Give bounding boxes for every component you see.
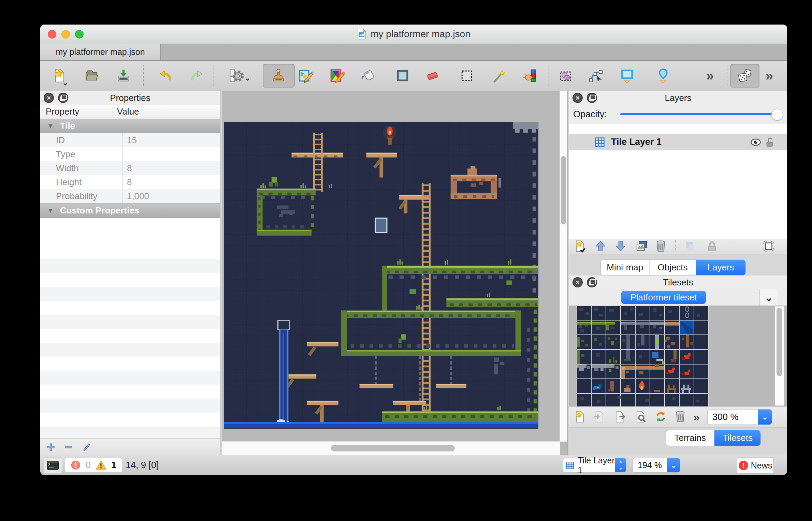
tab-mini-map[interactable]: Mini-map <box>601 260 649 275</box>
edit-property-icon[interactable] <box>81 442 91 452</box>
property-row-type[interactable]: Type <box>40 147 220 161</box>
float-panel-icon[interactable] <box>587 93 597 103</box>
stamp-tool-button[interactable] <box>271 68 286 83</box>
open-map-button[interactable] <box>84 68 99 83</box>
highlight-current-layer-button[interactable] <box>762 240 775 253</box>
error-icon <box>71 460 81 470</box>
toolbar-separator <box>214 65 214 86</box>
message-counts[interactable]: 0 1 <box>65 458 122 472</box>
map-zoom-chevron-icon[interactable]: ⌄ <box>667 458 680 472</box>
tileset-tab-row: Platformer tileset ⌄ <box>569 289 787 306</box>
opacity-slider[interactable] <box>620 113 778 115</box>
embed-tileset-button-disabled[interactable] <box>593 410 606 423</box>
automap-chevron-icon[interactable]: ⌄ <box>244 74 250 83</box>
layer-stepper-icon[interactable]: ⌃⌄ <box>615 458 626 472</box>
tileset-overflow-button[interactable]: » <box>693 410 700 425</box>
news-button[interactable]: ! News <box>737 457 774 474</box>
tab-tilesets[interactable]: Tilesets <box>714 430 760 446</box>
property-row-height[interactable]: Height8 <box>40 175 220 189</box>
map-canvas[interactable] <box>224 122 538 428</box>
highlight-layer-button-disabled[interactable] <box>683 240 696 253</box>
tab-terrains[interactable]: Terrains <box>666 430 714 446</box>
tileset-grid[interactable] <box>577 306 709 406</box>
edit-polygons-button[interactable] <box>588 68 603 83</box>
automap-button[interactable]: ⌄ <box>229 68 244 83</box>
tile-section-header[interactable]: ▼Tile <box>40 119 220 133</box>
toolbar-overflow-button-2[interactable]: » <box>766 68 773 83</box>
delete-layer-button[interactable] <box>654 240 667 253</box>
same-tile-select-button[interactable] <box>522 68 537 83</box>
new-map-chevron-icon[interactable]: ⌄ <box>62 78 68 87</box>
insert-rectangle-button[interactable] <box>620 68 635 83</box>
map-view[interactable] <box>222 91 567 455</box>
property-row-id[interactable]: ID15 <box>40 133 220 147</box>
select-objects-button[interactable] <box>558 68 573 83</box>
custom-properties-section-header[interactable]: ▼Custom Properties <box>40 203 220 218</box>
lock-layer-button-disabled[interactable] <box>706 240 719 253</box>
map-hscroll-thumb[interactable] <box>331 445 455 451</box>
edit-tileset-button[interactable] <box>634 410 647 423</box>
collapse-triangle-icon[interactable]: ▼ <box>47 207 54 214</box>
float-panel-icon[interactable] <box>587 277 597 287</box>
tileset-vertical-scrollbar[interactable] <box>775 306 784 406</box>
reload-tileset-button[interactable] <box>654 410 667 423</box>
random-mode-dice-button[interactable] <box>737 68 752 83</box>
opacity-slider-thumb[interactable] <box>771 109 783 120</box>
property-row-width[interactable]: Width8 <box>40 161 220 175</box>
tileset-tab-platformer[interactable]: Platformer tileset <box>621 291 706 304</box>
document-tab[interactable]: my platformer map.json <box>40 44 161 60</box>
layer-row-tile-layer-1[interactable]: Tile Layer 1 <box>569 134 787 150</box>
tab-layers[interactable]: Layers <box>696 260 745 275</box>
tileset-zoom-chevron-icon[interactable]: ⌄ <box>758 410 772 425</box>
tab-objects[interactable]: Objects <box>649 260 696 275</box>
property-row-probability[interactable]: Probability1,000 <box>40 189 220 203</box>
map-vscroll-thumb[interactable] <box>561 156 566 224</box>
map-zoom-combo[interactable]: 194 % ⌄ <box>633 458 680 473</box>
cursor-position: 14, 9 [0] <box>126 455 159 475</box>
new-map-button[interactable]: ⌄ <box>52 68 67 83</box>
close-panel-icon[interactable]: × <box>572 93 583 103</box>
tileset-zoom-combo[interactable]: 300 % ⌄ <box>707 409 772 425</box>
eraser-button[interactable] <box>425 68 440 83</box>
undo-button[interactable] <box>158 68 173 83</box>
new-layer-button[interactable] <box>573 240 586 253</box>
current-layer-popup[interactable]: Tile Layer 1 ⌃⌄ <box>563 458 626 473</box>
tileset-grid-area[interactable] <box>569 306 787 406</box>
save-map-button[interactable] <box>116 68 131 83</box>
news-badge-icon: ! <box>739 461 748 470</box>
map-horizontal-scrollbar[interactable] <box>222 441 560 455</box>
insert-point-button[interactable] <box>656 68 671 83</box>
window-title: my platformer map.json <box>371 29 470 40</box>
new-tileset-button[interactable] <box>573 410 586 423</box>
stamp-variations-button[interactable] <box>330 68 345 83</box>
duplicate-layer-button[interactable] <box>635 240 648 253</box>
remove-property-icon[interactable] <box>63 442 74 452</box>
collapse-triangle-icon[interactable]: ▼ <box>47 122 54 130</box>
remove-tileset-button[interactable] <box>674 410 687 423</box>
redo-button[interactable] <box>190 68 205 83</box>
tileset-vscroll-thumb[interactable] <box>777 308 782 376</box>
console-toggle-button[interactable] <box>44 458 62 473</box>
rectangular-select-button[interactable] <box>459 68 474 83</box>
layers-panel-title: Layers <box>569 91 787 105</box>
close-panel-icon[interactable]: × <box>572 277 583 287</box>
terrain-brush-button[interactable] <box>298 68 313 83</box>
layer-list[interactable]: Tile Layer 1 <box>569 124 787 239</box>
lower-layer-button[interactable] <box>614 240 627 253</box>
warning-count: 1 <box>111 460 116 471</box>
layer-unlocked-icon[interactable] <box>764 137 775 148</box>
magic-wand-button[interactable] <box>491 68 506 83</box>
tileset-list-chevron-button[interactable]: ⌄ <box>759 289 778 306</box>
bucket-fill-button[interactable] <box>361 68 376 83</box>
status-bar: 0 1 14, 9 [0] Tile Layer 1 ⌃⌄ 194 % ⌄ ! … <box>40 455 787 475</box>
map-vertical-scrollbar[interactable] <box>560 91 567 442</box>
add-property-icon[interactable] <box>46 442 56 452</box>
shape-fill-button[interactable] <box>395 68 410 83</box>
close-panel-icon[interactable]: × <box>44 93 54 103</box>
title-bar: my platformer map.json <box>40 25 787 44</box>
toolbar-overflow-button[interactable]: » <box>706 68 714 83</box>
export-tileset-button[interactable] <box>613 410 626 423</box>
layer-visibility-eye-icon[interactable] <box>750 136 762 148</box>
raise-layer-button[interactable] <box>594 240 607 253</box>
float-panel-icon[interactable] <box>58 93 68 103</box>
